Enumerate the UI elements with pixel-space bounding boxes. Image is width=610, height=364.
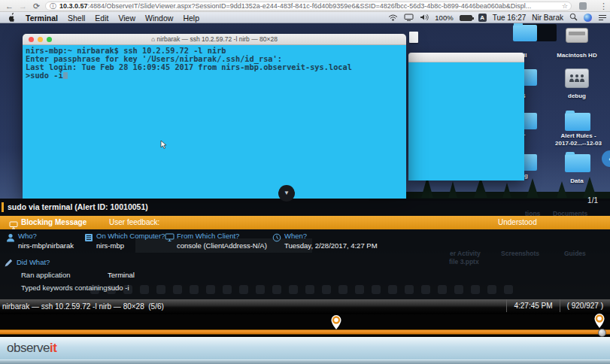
terminal-window: ⌂ nirbarak — ssh 10.2.59.72 -l nirb — 80… bbox=[23, 34, 406, 199]
alert-title-band: sudo via terminal (Alert ID: 10010051) 1… bbox=[0, 199, 610, 216]
input-source-badge: A bbox=[478, 14, 487, 22]
folder-icon bbox=[513, 25, 537, 41]
window-title-bar bbox=[408, 53, 524, 62]
slide-title: nirbarak — ssh 10.2.59.72 -l nirb — 80×2… bbox=[2, 302, 164, 311]
did-what-row-value: Terminal bbox=[108, 271, 135, 279]
slide-timestamp: 4:27:45 PM bbox=[506, 299, 559, 312]
when-clock-icon bbox=[272, 232, 281, 245]
browser-extension-icon[interactable] bbox=[579, 2, 587, 10]
terminal-line: Last login: Tue Feb 28 16:09:45 2017 fro… bbox=[26, 63, 406, 71]
menu-item-window: Window bbox=[145, 14, 173, 23]
document-icon bbox=[409, 32, 418, 43]
menu-item-view: View bbox=[118, 14, 135, 23]
computer-value: nirs-mbp bbox=[96, 241, 124, 250]
background-terminal-window bbox=[408, 53, 524, 180]
desktop-icon-label: Data bbox=[551, 177, 603, 185]
client-label: From Which Client? bbox=[177, 232, 239, 240]
wifi-icon bbox=[388, 14, 398, 23]
faint-desktop-label: file 3.pptx bbox=[449, 258, 479, 265]
who-value: nirs-mbp\nirbarak bbox=[18, 241, 74, 250]
when-value: Tuesday, 2/28/2017, 4:27 PM bbox=[284, 241, 378, 250]
user-feedback-label: User feedback: bbox=[109, 218, 159, 226]
timeline-slider-handle[interactable] bbox=[598, 329, 606, 337]
notification-center-icon bbox=[598, 14, 607, 23]
observeit-logo: observeit bbox=[7, 341, 56, 356]
macintosh-hd-icon bbox=[566, 28, 588, 43]
mouse-pointer bbox=[160, 139, 167, 153]
bottom-edge-strip bbox=[0, 359, 610, 364]
page-info-icon[interactable]: ⓘ bbox=[50, 2, 56, 10]
browser-address-bar[interactable]: ⓘ 10.3.0.57:4884/ObserveIT/SlideViewer.a… bbox=[45, 2, 572, 11]
terminal-title-bar: ⌂ nirbarak — ssh 10.2.59.72 -l nirb — 80… bbox=[23, 34, 406, 45]
menu-user-name: Nir Barak bbox=[532, 14, 563, 22]
faint-dock bbox=[90, 285, 520, 296]
browser-back-icon[interactable]: ← bbox=[5, 0, 14, 12]
menu-item-help: Help bbox=[183, 14, 199, 23]
battery-percent: 100% bbox=[435, 14, 453, 22]
who-person-icon bbox=[6, 232, 15, 245]
did-what-row-label: Ran application bbox=[21, 271, 71, 279]
terminal-window-title: ⌂ nirbarak — ssh 10.2.59.72 -l nirb — 80… bbox=[23, 35, 406, 43]
debug-shared-drive-icon bbox=[565, 68, 589, 88]
side-panel-toggle: ‹ bbox=[602, 150, 610, 167]
folder-icon bbox=[565, 154, 590, 172]
alert-panel-collapse-button[interactable]: ▼ bbox=[278, 185, 295, 202]
did-what-row-value: sudo -i bbox=[108, 284, 129, 292]
faint-desktop-label: Guides bbox=[564, 250, 586, 257]
timeline-track[interactable] bbox=[0, 329, 610, 335]
did-what-row-label: Typed keywords containing bbox=[21, 284, 108, 292]
computer-icon bbox=[84, 232, 93, 245]
macos-menu-bar: Terminal Shell Edit View Window Help 100… bbox=[0, 12, 610, 23]
menu-clock: Tue 16:27 bbox=[493, 14, 527, 22]
blocking-message-icon bbox=[9, 219, 18, 232]
terminal-content: nirs-mbp:~ nirbarak$ ssh 10.2.59.72 -l n… bbox=[23, 45, 406, 199]
faint-desktop-label: Screenshots bbox=[501, 250, 539, 257]
browser-refresh-icon[interactable]: ⟳ bbox=[33, 0, 40, 12]
terminal-cursor bbox=[63, 72, 68, 79]
client-monitor-icon bbox=[165, 232, 175, 245]
alert-marker-pin[interactable] bbox=[330, 314, 342, 333]
siri-icon bbox=[584, 14, 592, 22]
battery-icon bbox=[460, 15, 472, 21]
faint-desktop-label: er Activity bbox=[450, 250, 481, 257]
session-slide-bar: nirbarak — ssh 10.2.59.72 -l nirb — 80×2… bbox=[0, 299, 610, 314]
menu-item-edit: Edit bbox=[95, 14, 108, 23]
user-feedback-value: Understood bbox=[498, 218, 537, 226]
who-label: Who? bbox=[18, 232, 37, 240]
airplay-display-icon bbox=[404, 14, 414, 23]
terminal-line: >sudo -i bbox=[26, 71, 406, 80]
did-what-pencil-icon bbox=[4, 257, 14, 271]
desktop-icon-label: Macintosh HD bbox=[551, 52, 603, 59]
blocking-message-label: Blocking Message bbox=[21, 218, 86, 226]
home-icon: ⌂ bbox=[151, 35, 157, 43]
session-timeline[interactable] bbox=[0, 314, 610, 337]
alert-accent-bar bbox=[2, 202, 4, 212]
browser-forward-icon[interactable]: → bbox=[19, 0, 27, 12]
spotlight-search-icon bbox=[569, 13, 578, 23]
blocking-message-bar: Blocking Message User feedback: Understo… bbox=[0, 216, 610, 229]
observeit-session-player: ← → ⟳ ⓘ 10.3.0.57:4884/ObserveIT/SlideVi… bbox=[0, 0, 610, 364]
client-value: console (ClientAddress-N/A) bbox=[177, 241, 267, 250]
bookmark-star-icon[interactable]: ☆ bbox=[562, 2, 568, 10]
alert-page-indicator: 1/1 bbox=[587, 196, 598, 205]
url-host: 10.3.0.57 bbox=[59, 2, 88, 10]
when-label: When? bbox=[284, 232, 307, 240]
slide-frame-counter: ( 920/927 ) bbox=[560, 299, 610, 312]
browser-toolbar: ← → ⟳ ⓘ 10.3.0.57:4884/ObserveIT/SlideVi… bbox=[0, 0, 610, 12]
menu-app-name: Terminal bbox=[26, 14, 58, 23]
desktop-icon-label: debug bbox=[551, 93, 603, 100]
alert-title: sudo via terminal (Alert ID: 10010051) bbox=[8, 202, 148, 211]
did-what-label: Did What? bbox=[17, 258, 50, 266]
folder-icon bbox=[565, 113, 590, 131]
desktop-icon-label: Alert Rules - 2017-02...--12-03 bbox=[549, 132, 608, 147]
volume-icon bbox=[420, 14, 429, 23]
menu-item-shell: Shell bbox=[68, 14, 85, 23]
browser-menu-icon[interactable]: ⋮ bbox=[599, 0, 608, 12]
url-path: :4884/ObserveIT/SlideViewer.aspx?Session… bbox=[88, 2, 532, 10]
computer-label: On Which Computer? bbox=[96, 232, 165, 240]
player-control-bar: observeit ↶ ◀◀ ◀◀ ▶ ▶▶ ▶▶ ↷ Speed: HTML bbox=[0, 337, 610, 359]
apple-logo-icon bbox=[8, 12, 16, 23]
